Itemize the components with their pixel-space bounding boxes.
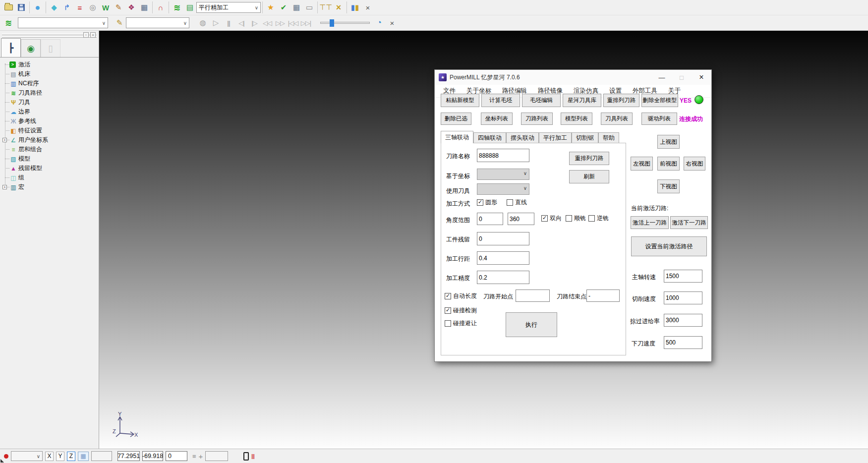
axis-z-button[interactable]: Z — [67, 452, 75, 461]
mode-line-checkbox[interactable]: 直线 — [507, 198, 527, 207]
collision-check-checkbox[interactable]: 碰撞检测 — [445, 306, 477, 315]
tool-holder-icon[interactable]: ∩ — [154, 1, 167, 14]
save-file-icon[interactable] — [15, 1, 28, 14]
coord-base-combobox[interactable]: ∨ — [477, 169, 529, 180]
step-forward-icon[interactable]: |▷ — [248, 16, 261, 29]
toolpath-name-input[interactable] — [477, 149, 529, 162]
fast-forward-icon[interactable]: ▷▷ — [274, 16, 287, 29]
open-file-icon[interactable] — [2, 1, 15, 14]
panel-close-icon[interactable]: × — [90, 32, 96, 38]
toolpath-list-button[interactable]: 刀路列表 — [521, 113, 553, 125]
calc-block-button[interactable]: 计算毛坯 — [481, 94, 520, 107]
tab-parallel[interactable]: 平行加工 — [539, 132, 572, 143]
block-edit-button[interactable]: 毛坯编辑 — [522, 94, 561, 107]
minimize-icon[interactable]: — — [652, 70, 672, 85]
tolerance-input[interactable] — [477, 271, 529, 284]
lightbulb-icon[interactable]: ◍ — [196, 16, 209, 29]
view-top-button[interactable]: 上视图 — [657, 135, 680, 149]
grid-toggle-button[interactable]: ▦ — [78, 452, 89, 461]
tree-item-feature-sets[interactable]: ◧特征设置 — [0, 126, 99, 135]
points-icon[interactable]: ❖ — [125, 1, 138, 14]
coord-list-button[interactable]: 坐标列表 — [481, 113, 513, 125]
view-bottom-button[interactable]: 下视图 — [657, 179, 680, 193]
set-active-path-button[interactable]: 设置当前激活路径 — [631, 236, 707, 256]
rewind-icon[interactable]: ◁◁ — [261, 16, 274, 29]
auto-length-checkbox[interactable]: 自动长度 — [445, 292, 477, 300]
maximize-icon[interactable]: □ — [672, 70, 692, 85]
tool-flame-icon[interactable]: ★ — [264, 1, 277, 14]
view-left-button[interactable]: 左视图 — [631, 157, 653, 171]
tree-item-patterns[interactable]: Ж参考线 — [0, 116, 99, 126]
model-list-button[interactable]: 模型列表 — [561, 113, 592, 125]
step-back-icon[interactable]: ◁| — [235, 16, 248, 29]
refresh-button[interactable]: 刷新 — [569, 170, 609, 183]
tab-3axis[interactable]: 三轴联动 — [441, 131, 473, 143]
tab-web-globe[interactable]: ◉ — [21, 39, 41, 57]
tab-4axis[interactable]: 四轴联动 — [473, 132, 506, 143]
tree-item-stock-models[interactable]: ▲残留模型 — [0, 164, 99, 173]
paint-brush-icon[interactable]: ✎ — [113, 16, 126, 29]
play-icon[interactable]: ▷ — [209, 16, 222, 29]
toolpath-strategy-icon[interactable]: ↱ — [60, 1, 73, 14]
axis-x-button[interactable]: X — [45, 452, 54, 461]
tree-item-tools[interactable]: Ψ刀具 — [0, 98, 99, 107]
rearrange-toolpaths-button[interactable]: 重排列刀路 — [603, 94, 639, 107]
boundary-icon[interactable]: W — [99, 1, 112, 14]
workplane-combobox[interactable]: ∨ — [11, 451, 43, 461]
mode-circle-checkbox[interactable]: 圆形 — [477, 198, 497, 207]
go-end-icon[interactable]: ▷▷| — [299, 16, 312, 29]
stock-remain-input[interactable] — [477, 232, 529, 245]
use-tool-combobox[interactable]: ∨ — [477, 183, 529, 195]
start-point-input[interactable] — [516, 289, 550, 302]
climb-mill-checkbox[interactable]: 顺铣 — [566, 214, 586, 223]
active-toolpath-icon[interactable]: ≋ — [171, 1, 183, 14]
nc-program-icon[interactable]: ≡ — [73, 1, 86, 14]
activate-prev-button[interactable]: 激活上一刀路 — [631, 216, 669, 229]
panel-grips[interactable]: ▫ × — [0, 31, 99, 38]
close-toolbar-icon[interactable]: × — [386, 16, 399, 29]
cutting-feed-input[interactable] — [664, 291, 702, 304]
view-right-button[interactable]: 右视图 — [684, 157, 705, 171]
close-toolbar-icon[interactable]: × — [361, 1, 374, 14]
stepover-input[interactable] — [477, 251, 529, 265]
close-icon[interactable]: × — [692, 70, 711, 85]
tree-item-boundaries[interactable]: ☁边界 — [0, 107, 99, 116]
rearrange-button[interactable]: 重排列刀路 — [569, 152, 609, 165]
mirror-arrows-icon[interactable]: × — [332, 1, 345, 14]
tab-explorer-tree[interactable]: ┣ — [1, 38, 21, 57]
dialog-titlebar[interactable]: ★ PowerMILL 忆梦星河 7.0.6 — □ × — [435, 70, 711, 85]
plunge-feed-input[interactable] — [664, 336, 702, 349]
tree-item-levels-sets[interactable]: ≡层和组合 — [0, 145, 99, 154]
collision-avoid-checkbox[interactable]: 碰撞避让 — [445, 319, 477, 328]
tool-pair-icon[interactable]: ⊤⊤ — [319, 1, 332, 14]
delete-selected-button[interactable]: 删除已选 — [441, 113, 471, 125]
tool-with-ball-icon[interactable]: ◎ — [86, 1, 99, 14]
clock-icon[interactable]: ◔ — [373, 16, 386, 29]
angle-from-input[interactable] — [477, 213, 503, 225]
strategy-combobox[interactable]: 平行精加工 ∨ — [196, 2, 261, 13]
tree-item-machine[interactable]: ▤机床 — [0, 69, 99, 79]
skim-feed-input[interactable] — [664, 314, 702, 327]
create-block-icon[interactable]: ◆ — [48, 1, 60, 14]
blue-ball-icon[interactable]: ● — [31, 1, 44, 14]
device-icon[interactable] — [243, 452, 249, 461]
xyz-list-icon[interactable]: ≡ — [192, 453, 196, 460]
tab-saw[interactable]: 切割锯 — [572, 132, 598, 143]
sim-tool-combobox[interactable]: ∨ — [126, 17, 189, 28]
tree-item-nc-programs[interactable]: ▥NC程序 — [0, 79, 99, 88]
measure-ruler-icon[interactable]: ▭ — [303, 1, 316, 14]
go-start-icon[interactable]: |◁◁ — [287, 16, 299, 29]
conventional-mill-checkbox[interactable]: 逆铣 — [588, 214, 609, 223]
calculator-icon[interactable]: ▦ — [290, 1, 303, 14]
drive-list-button[interactable]: 驱动列表 — [641, 113, 677, 125]
expand-icon[interactable]: + — [2, 185, 7, 189]
locate-axes-icon[interactable]: + — [199, 452, 203, 461]
pause-icon[interactable]: || — [222, 16, 235, 29]
speed-slider[interactable] — [320, 22, 370, 24]
speed-slider-handle[interactable] — [330, 19, 334, 27]
execute-button[interactable]: 执行 — [506, 312, 557, 337]
axis-y-button[interactable]: Y — [56, 452, 64, 461]
tree-item-models[interactable]: ▧模型 — [0, 154, 99, 164]
end-point-input[interactable] — [586, 289, 620, 302]
tool-check-icon[interactable]: ✔ — [277, 1, 290, 14]
